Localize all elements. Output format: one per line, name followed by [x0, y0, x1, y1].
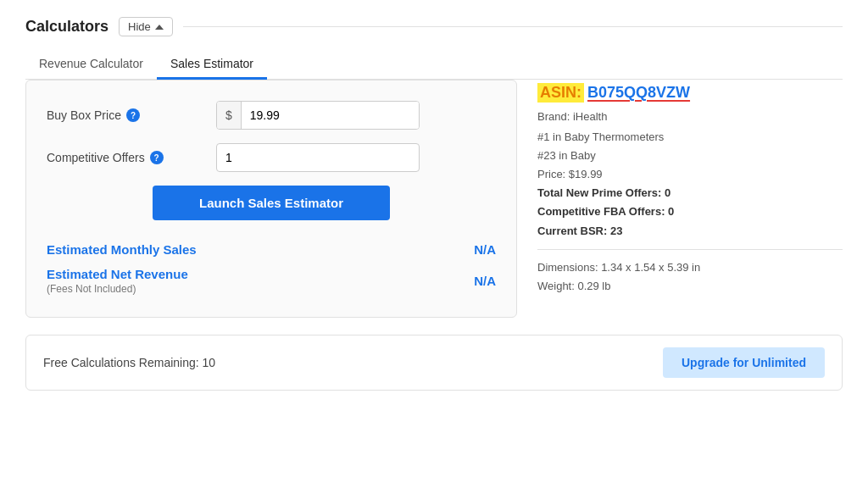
header: Calculators Hide: [25, 17, 843, 36]
product-info: Brand: iHealth #1 in Baby Thermometers #…: [537, 108, 843, 296]
launch-sales-estimator-button[interactable]: Launch Sales Estimator: [153, 186, 390, 220]
asin-label: ASIN:: [537, 83, 584, 103]
total-new-prime-label: Total New Prime Offers:: [537, 186, 661, 199]
current-bsr-row: Current BSR: 23: [537, 222, 843, 241]
chevron-up-icon: [155, 25, 164, 30]
product-rank1: #1 in Baby Thermometers: [537, 128, 843, 147]
main-layout: Buy Box Price ? $ Competitive Offers ? L…: [25, 80, 843, 318]
page-title: Calculators: [25, 18, 108, 36]
current-bsr-label: Current BSR:: [537, 225, 607, 237]
upgrade-button[interactable]: Upgrade for Unlimited: [663, 347, 825, 378]
competitive-fba-label: Competitive FBA Offers:: [537, 205, 665, 218]
competitive-fba-row: Competitive FBA Offers: 0: [537, 202, 843, 221]
product-brand: Brand: iHealth: [537, 108, 843, 126]
total-new-prime-value: 0: [665, 186, 670, 199]
estimated-monthly-sales-value: N/A: [474, 242, 496, 257]
hide-label: Hide: [128, 20, 151, 33]
tab-revenue-calculator[interactable]: Revenue Calculator: [25, 50, 157, 80]
header-divider: [183, 26, 843, 27]
estimated-net-revenue-value: N/A: [474, 274, 496, 288]
current-bsr-value: 23: [610, 225, 622, 237]
buy-box-price-input[interactable]: [242, 102, 419, 129]
hide-button[interactable]: Hide: [119, 17, 173, 36]
product-price: Price: $19.99: [537, 165, 843, 184]
dollar-sign: $: [217, 102, 242, 129]
competitive-offers-label: Competitive Offers ?: [47, 151, 216, 164]
product-dimensions: Dimensions: 1.34 x 1.54 x 5.39 in: [537, 258, 843, 277]
right-panel: ASIN: B075QQ8VZW Brand: iHealth #1 in Ba…: [537, 80, 843, 296]
results-section: Estimated Monthly Sales N/A Estimated Ne…: [47, 237, 496, 300]
competitive-offers-input[interactable]: [216, 143, 420, 172]
buy-box-price-row: Buy Box Price ? $: [47, 101, 496, 130]
tabs: Revenue Calculator Sales Estimator: [25, 50, 843, 80]
product-weight: Weight: 0.29 lb: [537, 277, 843, 296]
launch-btn-row: Launch Sales Estimator: [47, 186, 496, 220]
competitive-fba-value: 0: [668, 205, 674, 218]
estimated-monthly-sales-row: Estimated Monthly Sales N/A: [47, 237, 496, 262]
competitive-offers-help-icon[interactable]: ?: [150, 151, 164, 164]
buy-box-price-input-wrapper: $: [216, 101, 420, 130]
competitive-offers-row: Competitive Offers ?: [47, 143, 496, 172]
estimated-net-revenue-label: Estimated Net Revenue: [47, 267, 188, 281]
free-calculations-text: Free Calculations Remaining: 10: [43, 356, 215, 369]
fees-note: (Fees Not Included): [47, 283, 188, 295]
tab-sales-estimator[interactable]: Sales Estimator: [157, 50, 267, 80]
asin-value[interactable]: B075QQ8VZW: [587, 84, 690, 102]
product-divider: [537, 249, 843, 250]
calculator-box: Buy Box Price ? $ Competitive Offers ? L…: [25, 80, 517, 318]
total-new-prime-row: Total New Prime Offers: 0: [537, 184, 843, 202]
estimated-monthly-sales-label: Estimated Monthly Sales: [47, 242, 197, 257]
estimated-net-revenue-row: Estimated Net Revenue (Fees Not Included…: [47, 262, 496, 300]
asin-row: ASIN: B075QQ8VZW: [537, 83, 843, 103]
buy-box-price-label: Buy Box Price ?: [47, 108, 216, 122]
product-rank2: #23 in Baby: [537, 147, 843, 165]
buy-box-help-icon[interactable]: ?: [126, 108, 140, 122]
left-panel: Buy Box Price ? $ Competitive Offers ? L…: [25, 80, 517, 318]
bottom-bar: Free Calculations Remaining: 10 Upgrade …: [25, 335, 843, 391]
